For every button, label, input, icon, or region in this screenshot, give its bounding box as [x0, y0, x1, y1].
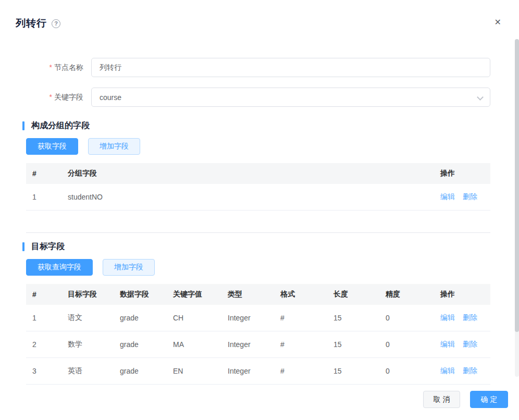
- table-row: 2 数学 grade MA Integer # 15 0 编辑 删除: [26, 331, 490, 358]
- node-name-row: *节点名称: [0, 58, 490, 77]
- col-type: 类型: [228, 284, 280, 305]
- target-section-title-text: 目标字段: [31, 241, 65, 252]
- section-accent-bar: [22, 242, 24, 251]
- cell-actions: 编辑 删除: [440, 305, 490, 331]
- close-icon[interactable]: ✕: [493, 17, 502, 28]
- key-field-label-text: 关键字段: [54, 93, 83, 101]
- cell-data-field: grade: [120, 305, 173, 331]
- node-name-label-text: 节点名称: [54, 63, 83, 71]
- help-icon[interactable]: ?: [52, 19, 60, 28]
- cell-index: 2: [26, 331, 68, 357]
- target-table-header: # 目标字段 数据字段 关键字值 类型 格式 长度 精度 操作: [26, 284, 490, 305]
- node-name-input[interactable]: [91, 58, 490, 77]
- cell-type: Integer: [228, 331, 280, 357]
- col-index: #: [26, 163, 68, 184]
- section-accent-bar: [22, 121, 24, 130]
- column-to-row-dialog: { "colors": { "primary": "#409eff", "lin…: [0, 0, 519, 420]
- cell-data-field: grade: [120, 358, 173, 384]
- group-section-buttons: 获取字段 增加字段: [26, 138, 140, 155]
- cell-target-field: 英语: [68, 358, 120, 384]
- cell-precision: 0: [386, 358, 440, 384]
- edit-link[interactable]: 编辑: [440, 340, 455, 349]
- cell-index: 1: [26, 305, 68, 331]
- delete-link[interactable]: 删除: [463, 192, 477, 202]
- delete-link[interactable]: 删除: [463, 340, 477, 349]
- cell-actions: 编辑 删除: [440, 331, 490, 357]
- scrollbar-track[interactable]: [515, 39, 519, 377]
- confirm-button[interactable]: 确 定: [470, 391, 508, 408]
- cell-key-value: MA: [173, 331, 228, 357]
- table-row: 1 语文 grade CH Integer # 15 0 编辑 删除: [26, 305, 490, 331]
- group-table-header: # 分组字段 操作: [26, 163, 490, 184]
- cell-length: 15: [333, 331, 386, 357]
- cell-group-field: studentNO: [68, 184, 440, 210]
- table-empty-area: [26, 211, 490, 233]
- target-section-title: 目标字段: [22, 241, 65, 252]
- col-actions: 操作: [440, 163, 490, 184]
- required-asterisk: *: [50, 63, 52, 71]
- node-name-label: *节点名称: [0, 63, 91, 72]
- scrollbar-thumb[interactable]: [515, 39, 519, 332]
- dialog-footer: 取 消 确 定: [423, 391, 508, 408]
- cell-length: 15: [333, 305, 386, 331]
- cell-format: #: [280, 358, 333, 384]
- group-section-title: 构成分组的字段: [22, 120, 90, 131]
- col-group-field: 分组字段: [68, 163, 440, 184]
- cell-key-value: EN: [173, 358, 228, 384]
- col-target-field: 目标字段: [68, 284, 120, 305]
- edit-link[interactable]: 编辑: [440, 192, 455, 202]
- cell-index: 3: [26, 358, 68, 384]
- cell-actions: 编辑 删除: [440, 358, 490, 384]
- cell-target-field: 语文: [68, 305, 120, 331]
- key-field-row: *关键字段 course: [0, 88, 490, 107]
- cell-key-value: CH: [173, 305, 228, 331]
- cancel-button[interactable]: 取 消: [423, 391, 460, 408]
- group-section-title-text: 构成分组的字段: [31, 120, 90, 131]
- col-length: 长度: [333, 284, 386, 305]
- target-fields-table: # 目标字段 数据字段 关键字值 类型 格式 长度 精度 操作 1 语文 gra…: [26, 284, 490, 385]
- fetch-query-fields-button[interactable]: 获取查询字段: [26, 259, 93, 276]
- col-actions: 操作: [440, 284, 490, 305]
- col-key-value: 关键字值: [173, 284, 228, 305]
- cell-length: 15: [333, 358, 386, 384]
- cell-type: Integer: [228, 305, 280, 331]
- required-asterisk: *: [50, 93, 52, 101]
- col-data-field: 数据字段: [120, 284, 173, 305]
- cell-precision: 0: [386, 331, 440, 357]
- add-group-field-button[interactable]: 增加字段: [88, 138, 140, 155]
- key-field-select[interactable]: course: [91, 88, 490, 107]
- dialog-header: 列转行 ?: [16, 17, 60, 30]
- cell-format: #: [280, 331, 333, 357]
- cell-target-field: 数学: [68, 331, 120, 357]
- table-row: 1 studentNO 编辑 删除: [26, 184, 490, 211]
- fetch-fields-button[interactable]: 获取字段: [26, 138, 78, 155]
- page-title: 列转行: [16, 17, 47, 30]
- col-precision: 精度: [386, 284, 440, 305]
- table-row: 3 英语 grade EN Integer # 15 0 编辑 删除: [26, 358, 490, 385]
- key-field-selected-value: course: [100, 93, 121, 102]
- edit-link[interactable]: 编辑: [440, 313, 455, 323]
- target-section-buttons: 获取查询字段 增加字段: [26, 259, 155, 276]
- delete-link[interactable]: 删除: [463, 366, 477, 376]
- col-format: 格式: [280, 284, 333, 305]
- cell-precision: 0: [386, 305, 440, 331]
- key-field-label: *关键字段: [0, 93, 91, 102]
- add-target-field-button[interactable]: 增加字段: [103, 259, 155, 276]
- edit-link[interactable]: 编辑: [440, 366, 455, 376]
- col-index: #: [26, 284, 68, 305]
- delete-link[interactable]: 删除: [463, 313, 477, 323]
- chevron-down-icon: [478, 95, 483, 100]
- cell-data-field: grade: [120, 331, 173, 357]
- cell-index: 1: [26, 184, 68, 210]
- group-fields-table: # 分组字段 操作 1 studentNO 编辑 删除: [26, 163, 490, 233]
- cell-actions: 编辑 删除: [440, 184, 490, 210]
- cell-type: Integer: [228, 358, 280, 384]
- cell-format: #: [280, 305, 333, 331]
